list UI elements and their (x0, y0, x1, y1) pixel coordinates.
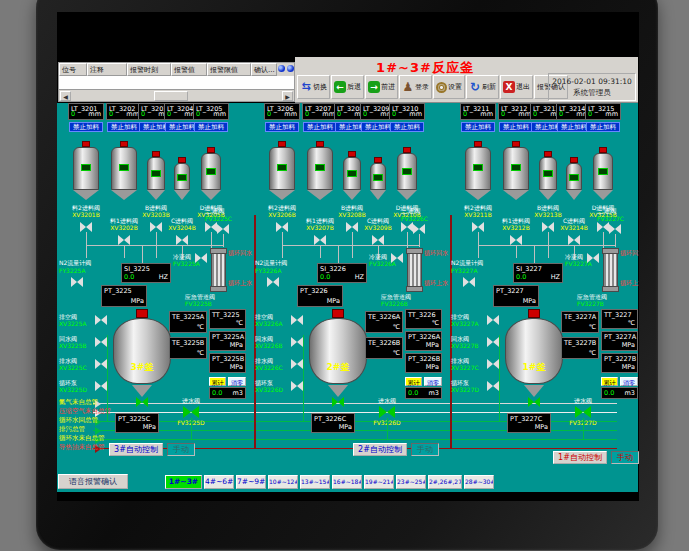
instrument-unit: ℃ (589, 349, 596, 357)
feed-valve[interactable] (176, 235, 188, 245)
feed-inhibit-label: 禁止加料 (461, 122, 495, 132)
aux-valve[interactable] (487, 359, 499, 369)
three-way-valve[interactable] (609, 224, 621, 234)
alarm-column-header[interactable]: 报警时刻 (127, 63, 171, 76)
feed-valve[interactable] (568, 235, 580, 245)
totalizer-reset-button[interactable]: 消零 (620, 377, 638, 386)
n2-flow-valve[interactable] (71, 277, 83, 287)
inlet-valve[interactable] (575, 406, 591, 418)
aux-valve[interactable] (291, 381, 303, 391)
reactor-nav-button[interactable]: 2#,26#,27# (428, 475, 462, 489)
voice-alarm-ack-button[interactable]: 语音报警确认 (58, 474, 128, 489)
feed-valve[interactable] (372, 235, 384, 245)
instrument-unit: MPa (426, 363, 439, 371)
scroll-right-icon[interactable]: ▶ (282, 91, 293, 101)
tank-cone (397, 190, 417, 200)
feed-valve[interactable] (205, 222, 217, 232)
scroll-left-icon[interactable]: ◀ (60, 91, 71, 101)
feed-valve[interactable] (510, 235, 522, 245)
reactor-nav-button[interactable]: 28#~30# (464, 475, 494, 489)
auto-control-button[interactable]: 2#自动控制 (353, 443, 407, 456)
feed-valve[interactable] (597, 222, 609, 232)
alarm-column-header[interactable]: 报警值 (171, 63, 207, 76)
aux-valve[interactable] (291, 359, 303, 369)
inlet-valve[interactable] (379, 406, 395, 418)
feed-valve[interactable] (118, 235, 130, 245)
reactor-nav-button[interactable]: 7#~9# (236, 475, 266, 489)
inlet-valve[interactable] (183, 406, 199, 418)
three-way-valve[interactable] (413, 224, 425, 234)
alarm-column-header[interactable]: 报警限值 (207, 63, 251, 76)
reactor-nav-button[interactable]: 1#~3# (165, 475, 202, 489)
toolbar-button[interactable]: ⇆切换 (297, 75, 330, 99)
feed-valve[interactable] (80, 222, 92, 232)
feed-valve[interactable] (150, 222, 162, 232)
feed-inhibit-label: 禁止加料 (303, 122, 337, 132)
metering-tank (593, 147, 613, 201)
feed-valve[interactable] (276, 222, 288, 232)
auto-control-button[interactable]: 1#自动控制 (553, 451, 607, 464)
toolbar-button[interactable]: ↻刷新 (466, 75, 499, 99)
totalizer-accum-button[interactable]: 累计 (209, 377, 226, 386)
alarm-table-scrollbar[interactable]: ◀ ▶ (59, 89, 294, 101)
instrument-unit: MPa (339, 423, 352, 431)
instrument-tag: SI_3225 (124, 265, 150, 273)
n2-flow-valve[interactable] (267, 277, 279, 287)
scrollbar-thumb[interactable] (154, 91, 188, 101)
aux-valve[interactable] (95, 337, 107, 347)
reactor-nav-button[interactable]: 4#~6# (204, 475, 234, 489)
feed-valve[interactable] (542, 222, 554, 232)
aux-valve[interactable] (487, 315, 499, 325)
reactor-nav-button[interactable]: 23#~25# (396, 475, 426, 489)
condense-valve[interactable] (587, 253, 599, 263)
reactor-nav-button[interactable]: 10#~12# (268, 475, 298, 489)
aux-valve[interactable] (95, 381, 107, 391)
aux-valve[interactable] (487, 337, 499, 347)
manual-control-button[interactable]: 手动 (167, 443, 195, 456)
alarm-column-header[interactable]: 确认... (251, 63, 277, 76)
reactor-nav-button[interactable]: 13#~15# (300, 475, 330, 489)
toolbar-button[interactable]: X退出 (500, 75, 533, 99)
feed-valve[interactable] (472, 222, 484, 232)
toolbar-button[interactable]: ←后退 (331, 75, 364, 99)
inlet-valve-name: 进水阀 (371, 397, 403, 406)
reactor-nav-button[interactable]: 19#~21# (364, 475, 394, 489)
aux-valve[interactable] (291, 315, 303, 325)
totalizer-reset-button[interactable]: 消零 (424, 377, 442, 386)
toolbar-button[interactable]: ♟登录 (399, 75, 432, 99)
totalizer-reset-button[interactable]: 消零 (228, 377, 246, 386)
feed-valve[interactable] (401, 222, 413, 232)
tank-screen (151, 170, 161, 177)
aux-valve[interactable] (487, 381, 499, 391)
totalizer-accum-button[interactable]: 累计 (601, 377, 618, 386)
manual-control-button[interactable]: 手动 (411, 443, 439, 456)
instrument-value: 0.0 (320, 273, 330, 281)
feed-valve[interactable] (314, 235, 326, 245)
instrument-value: 0 (167, 110, 171, 118)
aux-valve[interactable] (95, 359, 107, 369)
metering-tank (539, 151, 557, 201)
feed-valve-tag: XV3211B (458, 211, 498, 218)
tank-cone (73, 190, 99, 200)
condense-valve[interactable] (195, 253, 207, 263)
n2-flow-valve[interactable] (463, 277, 475, 287)
alarm-column-header[interactable]: 注释 (87, 63, 127, 76)
reactor-nav-button[interactable]: 16#~18# (332, 475, 362, 489)
condense-valve[interactable] (391, 253, 403, 263)
feed-valve[interactable] (346, 222, 358, 232)
aux-valve[interactable] (291, 337, 303, 347)
bottom-drain-valve[interactable] (136, 397, 148, 407)
alarm-column-header[interactable]: 位号 (59, 63, 87, 76)
instrument-unit: ℃ (197, 349, 204, 357)
three-way-valve[interactable] (217, 224, 229, 234)
toolbar-button[interactable]: 设置 (433, 75, 465, 99)
aux-valve[interactable] (95, 315, 107, 325)
manual-control-button[interactable]: 手动 (611, 451, 639, 464)
condenser (603, 251, 618, 289)
tank-screen (473, 164, 483, 171)
auto-control-button[interactable]: 3#自动控制 (109, 443, 163, 456)
totalizer-accum-button[interactable]: 累计 (405, 377, 422, 386)
toolbar-button[interactable]: →前进 (365, 75, 398, 99)
bottom-drain-valve[interactable] (528, 397, 540, 407)
bottom-drain-valve[interactable] (332, 397, 344, 407)
